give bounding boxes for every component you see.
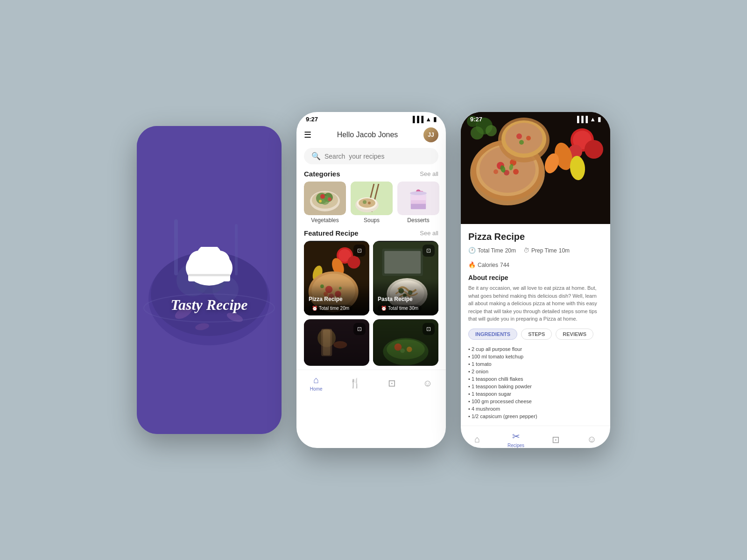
person-icon: ☺ xyxy=(423,378,432,389)
detail-status-time: 9:27 xyxy=(470,116,482,123)
status-time: 9:27 xyxy=(306,116,318,123)
detail-nav-home[interactable]: ⌂ xyxy=(474,434,480,445)
nav-profile[interactable]: ☺ xyxy=(423,378,432,389)
detail-battery-icon: ▮ xyxy=(598,116,601,123)
ingredient-4: 1 teaspoon chilli flakes xyxy=(468,375,603,383)
detail-bottom-nav: ⌂ ✂ Recipes ⊡ ☺ xyxy=(461,426,610,448)
detail-content: Pizza Recipe 🕐 Total Time 20m ⏱ Prep Tim… xyxy=(461,224,610,422)
pizza-card-time: ⏰ Total time 20m xyxy=(309,305,352,312)
svg-point-114 xyxy=(519,140,524,145)
svg-point-16 xyxy=(189,251,209,271)
category-vegetables-img xyxy=(304,182,346,215)
detail-bookmark-icon: ⊡ xyxy=(552,434,560,445)
recipe-card-salad[interactable]: ⊡ xyxy=(373,319,438,366)
detail-person-icon: ☺ xyxy=(587,434,596,445)
svg-point-37 xyxy=(368,202,371,204)
pasta-card-overlay xyxy=(373,241,438,315)
pasta-clock-icon: ⏰ xyxy=(381,306,387,311)
nav-saved[interactable]: ⊡ xyxy=(388,378,396,389)
pasta-card-time: ⏰ Total time 30m xyxy=(378,305,422,312)
about-label: About recipe xyxy=(468,274,603,281)
recipe-card-drinks[interactable]: ⊡ xyxy=(304,319,369,366)
ingredient-2: 1 tomato xyxy=(468,360,603,368)
svg-point-28 xyxy=(319,200,322,203)
search-bar[interactable]: 🔍 xyxy=(304,148,438,164)
featured-header: Featured Recipe See all xyxy=(296,229,446,241)
pizza-card-overlay xyxy=(304,241,369,315)
nav-home-label: Home xyxy=(310,386,323,392)
ingredient-8: 4 mushroom xyxy=(468,405,603,413)
tab-reviews[interactable]: REVIEWS xyxy=(556,329,593,340)
calories-meta: 🔥 Calories 744 xyxy=(468,261,509,268)
svg-point-27 xyxy=(328,197,331,201)
battery-icon: ▮ xyxy=(433,116,437,123)
ingredients-tabs: INGREDIENTS STEPS REVIEWS xyxy=(468,329,603,340)
detail-fork-icon: ✂ xyxy=(512,431,520,442)
svg-point-36 xyxy=(363,200,366,204)
prep-time-value: 10m xyxy=(559,247,570,254)
svg-point-113 xyxy=(526,136,531,140)
ingredient-10: 1 teaspoon oregano xyxy=(468,420,603,422)
featured-label: Featured Recipe xyxy=(304,229,359,237)
recipe-card-pasta[interactable]: ⊡ Pasta Recipe ⏰ Total time 30m xyxy=(373,241,438,315)
detail-signal-icon: ▐▐▐ xyxy=(575,116,588,123)
total-time-meta: 🕐 Total Time 20m xyxy=(468,247,516,254)
svg-point-106 xyxy=(513,169,519,175)
menu-icon[interactable]: ☰ xyxy=(304,130,311,140)
ingredient-5: 1 teaspoon baking powder xyxy=(468,383,603,390)
ingredient-1: 100 ml tomato ketchup xyxy=(468,353,603,360)
detail-title: Pizza Recipe xyxy=(468,231,603,242)
home-icon: ⌂ xyxy=(313,375,319,385)
recipe-card-pizza[interactable]: ⊡ Pizza Recipe ⏰ Total time 20m xyxy=(304,241,369,315)
svg-point-111 xyxy=(505,123,543,154)
prep-clock-icon: ⏱ xyxy=(523,247,529,254)
nav-home[interactable]: ⌂ Home xyxy=(310,375,323,392)
phone-main: 9:27 ▐▐▐ ▲ ▮ ☰ Hello Jacob Jones JJ 🔍 Ca… xyxy=(296,112,446,448)
pizza-clock-icon: ⏰ xyxy=(312,306,317,311)
ingredient-0: 2 cup all purpose flour xyxy=(468,345,603,353)
signal-icon: ▐▐▐ xyxy=(410,116,423,123)
total-time-label: Total Time xyxy=(478,247,503,254)
prep-time-meta: ⏱ Prep Time 10m xyxy=(523,247,570,254)
user-avatar[interactable]: JJ xyxy=(423,127,438,142)
tab-steps[interactable]: STEPS xyxy=(521,329,552,340)
detail-home-icon: ⌂ xyxy=(474,434,480,445)
svg-point-112 xyxy=(516,133,522,139)
tab-ingredients[interactable]: INGREDIENTS xyxy=(468,329,517,340)
main-header: ☰ Hello Jacob Jones JJ xyxy=(296,125,446,146)
ingredient-6: 1 teaspoon sugar xyxy=(468,390,603,398)
category-vegetables[interactable]: Vegetables xyxy=(304,182,346,224)
featured-grid: ⊡ Pizza Recipe ⏰ Total time 20m xyxy=(296,241,446,366)
category-soups[interactable]: Soups xyxy=(351,182,393,224)
categories-list: Vegetables xyxy=(296,182,446,229)
salad-bookmark-icon[interactable]: ⊡ xyxy=(423,323,435,335)
svg-rect-42 xyxy=(411,196,426,200)
status-icons: ▐▐▐ ▲ ▮ xyxy=(410,116,437,123)
ingredients-list: 2 cup all purpose flour 100 ml tomato ke… xyxy=(468,345,603,422)
flame-icon: 🔥 xyxy=(468,261,476,268)
pasta-card-title: Pasta Recipe xyxy=(378,296,413,302)
featured-see-all[interactable]: See all xyxy=(420,230,438,237)
detail-nav-profile[interactable]: ☺ xyxy=(587,434,596,445)
categories-header: Categories See all xyxy=(296,170,446,182)
phone-detail: 9:27 ▐▐▐ ▲ ▮ xyxy=(461,112,610,448)
bookmark-nav-icon: ⊡ xyxy=(388,378,396,389)
ingredient-9: 1/2 capsicum (green pepper) xyxy=(468,413,603,420)
detail-nav-saved[interactable]: ⊡ xyxy=(552,434,560,445)
splash-title: Tasty Recipe xyxy=(171,296,248,314)
search-input[interactable] xyxy=(324,153,431,160)
nav-recipes[interactable]: 🍴 xyxy=(349,378,361,389)
category-desserts-img xyxy=(397,182,439,215)
category-desserts[interactable]: Desserts xyxy=(397,182,439,224)
drinks-bookmark-icon[interactable]: ⊡ xyxy=(353,323,366,335)
svg-point-26 xyxy=(320,194,325,199)
wifi-icon: ▲ xyxy=(425,116,431,123)
svg-point-45 xyxy=(410,191,427,195)
svg-point-35 xyxy=(359,198,375,208)
search-icon: 🔍 xyxy=(311,152,321,161)
bottom-nav: ⌂ Home 🍴 ⊡ ☺ xyxy=(296,370,446,399)
ingredient-3: 2 onion xyxy=(468,368,603,375)
categories-see-all[interactable]: See all xyxy=(420,170,438,177)
greeting-text: Hello Jacob Jones xyxy=(337,131,398,139)
detail-nav-recipes[interactable]: ✂ Recipes xyxy=(507,431,524,448)
